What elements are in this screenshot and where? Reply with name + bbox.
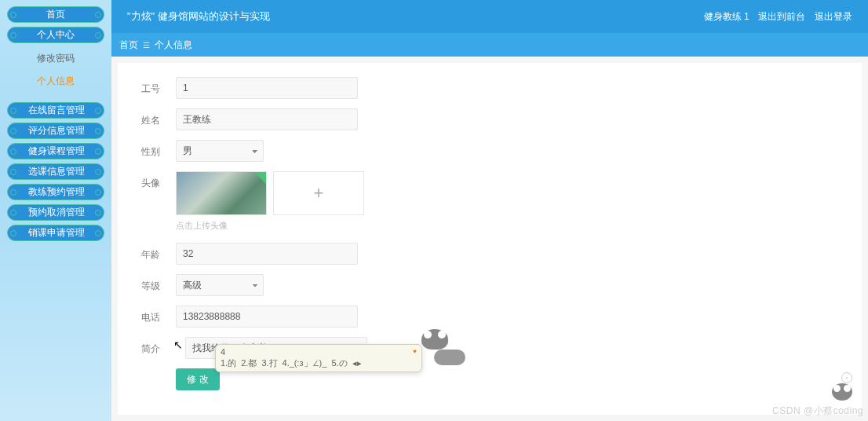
breadcrumb: 首页 ☰ 个人信息 — [111, 33, 868, 57]
form-panel: 工号 姓名 性别 男 头像 + 点击上传头像 年龄 — [118, 63, 862, 415]
crumb-current: 个人信息 — [155, 38, 192, 52]
ime-cand-5[interactable]: 5.の — [331, 357, 347, 369]
crumb-root[interactable]: 首页 — [119, 38, 138, 52]
label-id: 工号 — [141, 77, 176, 96]
nav-reserve-cancel-mgmt[interactable]: 预约取消管理 — [7, 204, 104, 221]
logout-link[interactable]: 退出登录 — [815, 11, 852, 22]
select-level[interactable]: 高级 — [176, 274, 264, 296]
nav-personal-center[interactable]: 个人中心 — [7, 27, 104, 43]
nav-rating-mgmt[interactable]: 评分信息管理 — [7, 123, 104, 139]
exit-to-front-link[interactable]: 退出到前台 — [758, 11, 805, 22]
avatar-upload-button[interactable]: + — [273, 171, 364, 215]
nav-course-cancel-apply-mgmt[interactable]: 销课申请管理 — [7, 225, 104, 241]
sub-personal-info[interactable]: 个人信息 — [0, 70, 111, 93]
nav-home[interactable]: 首页 — [7, 6, 104, 23]
ime-cand-2[interactable]: 2.都 — [241, 357, 257, 369]
topbar-right: 健身教练 1 退出到前台 退出登录 — [698, 10, 852, 24]
ime-nav-arrows[interactable]: ◂▸ — [352, 358, 362, 368]
label-intro: 简介 — [141, 337, 176, 356]
input-id[interactable] — [176, 77, 358, 99]
ime-mascot-body-icon — [434, 350, 465, 365]
ime-panel[interactable]: 4 ♥ 1.的 2.都 3.打 4._(:з」∠)_ 5.の ◂▸ — [215, 344, 422, 372]
ime-cand-1[interactable]: 1.的 — [221, 357, 236, 369]
sub-change-password[interactable]: 修改密码 — [0, 47, 111, 70]
plus-icon: + — [314, 183, 324, 203]
help-icon[interactable]: ◦ — [841, 372, 852, 383]
corner-mascot-icon — [826, 383, 859, 407]
label-phone: 电话 — [141, 306, 176, 324]
input-phone[interactable] — [176, 306, 358, 328]
label-avatar: 头像 — [141, 171, 176, 190]
cursor-icon: ↖ — [173, 339, 183, 351]
ime-indicator-icon: ♥ — [413, 348, 417, 355]
app-title: "力炫" 健身馆网站的设计与实现 — [127, 9, 270, 24]
label-gender: 性别 — [141, 140, 176, 159]
ime-cand-3[interactable]: 3.打 — [261, 357, 277, 369]
nav-course-mgmt[interactable]: 健身课程管理 — [7, 143, 104, 159]
watermark-text: CSDN @小蔡coding — [772, 405, 863, 418]
ime-mascot-icon — [421, 329, 448, 350]
main-area: "力炫" 健身馆网站的设计与实现 健身教练 1 退出到前台 退出登录 首页 ☰ … — [111, 0, 868, 421]
nav-coach-reserve-mgmt[interactable]: 教练预约管理 — [7, 184, 104, 200]
input-name[interactable] — [176, 108, 358, 130]
sidebar: 首页 个人中心 修改密码 个人信息 在线留言管理 评分信息管理 健身课程管理 选… — [0, 0, 111, 421]
label-age: 年龄 — [141, 243, 176, 262]
topbar: "力炫" 健身馆网站的设计与实现 健身教练 1 退出到前台 退出登录 — [111, 0, 868, 33]
nav-message-mgmt[interactable]: 在线留言管理 — [7, 102, 104, 119]
ime-cand-4[interactable]: 4._(:з」∠)_ — [283, 357, 327, 369]
label-level: 等级 — [141, 274, 176, 293]
user-role: 健身教练 1 — [704, 11, 749, 22]
nav-enroll-mgmt[interactable]: 选课信息管理 — [7, 163, 104, 180]
crumb-sep-icon: ☰ — [143, 41, 150, 49]
avatar-image — [177, 171, 266, 215]
ime-input-text: 4 — [221, 347, 225, 357]
input-age[interactable] — [176, 243, 358, 265]
avatar-hint: 点击上传头像 — [176, 220, 862, 232]
submit-button[interactable]: 修 改 — [176, 368, 220, 390]
label-name: 姓名 — [141, 108, 176, 127]
avatar-preview[interactable] — [176, 171, 267, 215]
select-gender[interactable]: 男 — [176, 140, 264, 162]
